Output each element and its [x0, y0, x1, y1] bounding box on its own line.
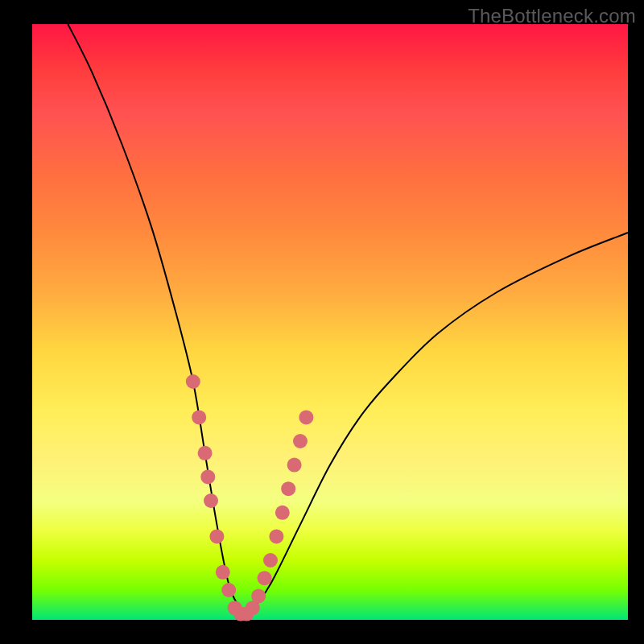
chart-frame: TheBottleneck.com: [0, 0, 644, 644]
highlighted-point: [251, 588, 266, 603]
highlighted-point: [287, 458, 302, 473]
watermark-text: TheBottleneck.com: [468, 5, 636, 27]
chart-plot-area: [32, 24, 628, 620]
highlighted-point: [221, 583, 236, 597]
highlighted-point: [192, 410, 206, 424]
highlighted-points-group: [186, 374, 314, 621]
highlighted-point: [299, 410, 313, 424]
highlighted-point: [258, 571, 272, 585]
highlighted-point: [275, 506, 290, 520]
highlighted-point: [209, 529, 224, 543]
highlighted-point: [263, 553, 278, 568]
highlighted-point: [281, 481, 295, 496]
highlighted-point: [204, 493, 218, 508]
highlighted-point: [269, 529, 283, 543]
bottleneck-curve: [68, 24, 628, 611]
highlighted-point: [216, 565, 230, 580]
highlighted-point: [293, 434, 308, 448]
chart-svg: [32, 24, 628, 620]
highlighted-point: [198, 446, 213, 460]
highlighted-point: [200, 469, 215, 484]
highlighted-point: [186, 374, 200, 389]
